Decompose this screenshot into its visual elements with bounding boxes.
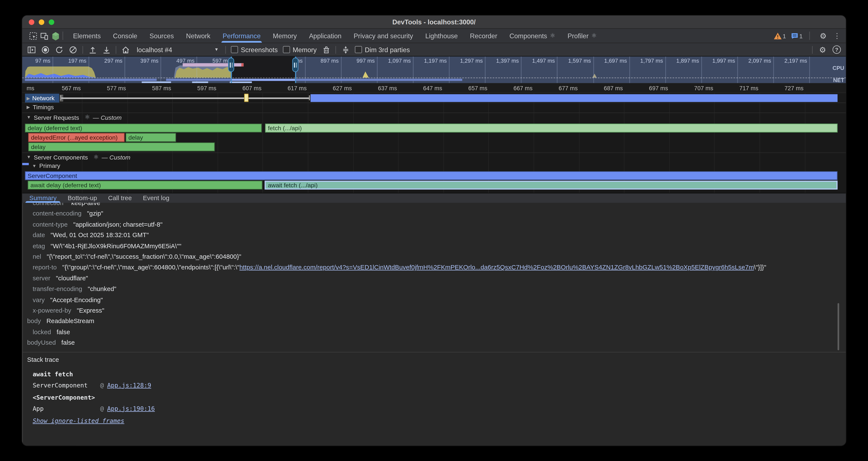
primary-group-header[interactable]: ▼ Primary xyxy=(32,162,60,169)
record-and-reload-button[interactable] xyxy=(55,45,64,54)
collect-garbage-icon[interactable] xyxy=(322,45,331,54)
expand-triangle-icon[interactable]: ▼ xyxy=(32,163,36,168)
tab-sources[interactable]: Sources xyxy=(143,29,180,43)
property-row-date: date"Wed, 01 Oct 2025 18:32:01 GMT" xyxy=(23,230,846,241)
timeline-event-await-fetch-api[interactable]: await fetch (.../api) xyxy=(265,181,838,190)
traffic-lights xyxy=(29,20,54,25)
react-atom-icon: ⚛ xyxy=(550,32,556,39)
network-line-cap xyxy=(60,95,62,100)
timeline-event-delay-deferred-text[interactable]: delay (deferred text) xyxy=(25,123,262,132)
tab-memory[interactable]: Memory xyxy=(267,29,303,43)
server-requests-track-header[interactable]: ▼ Server Requests ⚛ — Custom xyxy=(27,114,122,121)
ruler-tick-label: 727 ms xyxy=(765,85,804,91)
tab-label: Recorder xyxy=(470,32,497,39)
titlebar: DevTools - localhost:3000/ xyxy=(22,16,846,29)
timeline-event-delayed-error[interactable]: delayedError (...ayed exception) xyxy=(28,133,125,142)
tab-profiler[interactable]: Profiler⚛ xyxy=(561,29,603,43)
clear-recording-button[interactable] xyxy=(68,45,77,54)
timeline-ruler[interactable]: ms 567 ms577 ms587 ms597 ms607 ms617 ms6… xyxy=(22,83,846,93)
device-toolbar-icon[interactable] xyxy=(39,29,50,43)
minimize-window-button[interactable] xyxy=(39,20,44,25)
settings-gear-icon[interactable]: ⚙ xyxy=(819,31,828,41)
details-tab-bottom-up[interactable]: Bottom-up xyxy=(65,195,100,203)
selection-left-handle[interactable] xyxy=(228,58,234,72)
expand-triangle-icon[interactable]: ▼ xyxy=(27,154,31,160)
zoom-window-button[interactable] xyxy=(49,20,54,25)
overview-net-divider xyxy=(22,78,846,78)
capture-settings-gear-icon[interactable]: ⚙ xyxy=(818,45,827,55)
property-value: "W/\"4b1-RjEJloX9kRinu6F0MAZMmy6E5iA\"" xyxy=(51,242,181,249)
tab-application[interactable]: Application xyxy=(303,29,347,43)
history-selected-value: localhost #4 xyxy=(137,46,172,54)
timings-track-header[interactable]: ▶ Timings xyxy=(27,104,54,110)
event-label: await fetch (.../api) xyxy=(268,182,318,189)
close-window-button[interactable] xyxy=(29,20,34,25)
frame-function-name: App xyxy=(33,403,100,414)
divider xyxy=(336,46,336,54)
frame-source-link[interactable]: App.js:190:16 xyxy=(107,403,155,414)
details-tab-call-tree[interactable]: Call tree xyxy=(105,195,134,203)
property-value-link[interactable]: https://a.nel.cloudflare.com/report/v4?s… xyxy=(240,264,754,271)
selection-right-handle[interactable] xyxy=(292,58,299,72)
save-profile-icon[interactable] xyxy=(102,45,111,54)
warnings-badge[interactable]: 1 xyxy=(774,31,786,41)
divider xyxy=(812,46,813,54)
extension-icon[interactable] xyxy=(50,29,61,43)
collapse-sections-icon[interactable] xyxy=(341,45,350,54)
timeline-event-await-delay-deferred-text[interactable]: await delay (deferred text) xyxy=(28,181,262,190)
details-tab-event-log[interactable]: Event log xyxy=(140,195,172,203)
tab-label: Privacy and security xyxy=(354,32,413,39)
overview-tick-label: 1,597 ms xyxy=(553,58,591,64)
home-icon[interactable] xyxy=(121,45,130,54)
memory-label: Memory xyxy=(292,46,316,54)
network-request-line xyxy=(61,97,310,98)
tab-privacy-and-security[interactable]: Privacy and security xyxy=(347,29,419,43)
dim-3rd-parties-checkbox[interactable]: Dim 3rd parties xyxy=(355,46,410,54)
tab-console[interactable]: Console xyxy=(107,29,143,43)
expand-triangle-icon[interactable]: ▼ xyxy=(27,115,31,120)
frame-source-link[interactable]: App.js:128:9 xyxy=(107,380,151,391)
toggle-sidebar-icon[interactable] xyxy=(27,45,36,54)
response-properties: connection"keep-alive"content-encoding"g… xyxy=(23,203,846,348)
timeline-event-server-component[interactable]: ServerComponent xyxy=(25,171,838,180)
timeline-event-delay-2[interactable]: delay xyxy=(126,133,176,142)
inspect-element-icon[interactable] xyxy=(28,29,39,43)
show-ignore-listed-frames-link[interactable]: Show ignore-listed frames xyxy=(33,417,124,425)
network-request-bar[interactable] xyxy=(311,94,837,102)
collapse-triangle-icon[interactable]: ▶ xyxy=(27,95,30,100)
tab-elements[interactable]: Elements xyxy=(67,29,107,43)
overview-tick-label: 597 ms xyxy=(193,58,230,64)
timeline-event-fetch-api[interactable]: fetch (.../api) xyxy=(265,123,837,132)
issues-badge[interactable]: 1 xyxy=(791,31,803,41)
panel-tabs: ElementsConsoleSourcesNetworkPerformance… xyxy=(67,29,603,43)
timeline-tracks: ▶ Network ▶ Timings ▼ Server Requests ⚛ … xyxy=(22,93,846,193)
property-row-content-encoding: content-encoding"gzip" xyxy=(23,209,846,220)
overview-tick-label: 97 ms xyxy=(22,58,51,64)
screenshot-marker[interactable] xyxy=(244,94,249,102)
ruler-tick-label: 637 ms xyxy=(358,85,397,91)
custom-track-suffix: — Custom xyxy=(102,154,130,161)
at-symbol: @ xyxy=(100,403,104,414)
memory-checkbox[interactable]: Memory xyxy=(283,46,317,54)
details-scrollbar-thumb[interactable] xyxy=(837,303,839,350)
record-button[interactable] xyxy=(41,45,50,54)
tab-label: Network xyxy=(186,32,210,39)
property-value: \"}]}" xyxy=(754,264,766,271)
server-components-track-header[interactable]: ▼ Server Components ⚛ — Custom xyxy=(27,153,130,161)
tab-components[interactable]: Components⚛ xyxy=(503,29,561,43)
screenshots-checkbox[interactable]: Screenshots xyxy=(231,46,278,54)
help-icon[interactable]: ? xyxy=(833,46,841,54)
collapse-triangle-icon[interactable]: ▶ xyxy=(27,105,30,110)
network-track-header[interactable]: ▶ Network xyxy=(25,94,59,103)
tab-performance[interactable]: Performance xyxy=(217,29,267,43)
property-row-server: server"cloudflare" xyxy=(23,273,846,284)
load-profile-icon[interactable] xyxy=(88,45,97,54)
tab-lighthouse[interactable]: Lighthouse xyxy=(419,29,464,43)
timeline-event-delay-3[interactable]: delay xyxy=(28,142,215,151)
timeline-overview[interactable]: 97 ms197 ms297 ms397 ms497 ms597 ms697 m… xyxy=(22,56,846,83)
details-tab-summary[interactable]: Summary xyxy=(27,195,59,203)
tab-recorder[interactable]: Recorder xyxy=(464,29,503,43)
tab-network[interactable]: Network xyxy=(180,29,217,43)
history-select[interactable]: localhost #4 ▼ xyxy=(135,46,220,54)
kebab-menu-icon[interactable]: ⋮ xyxy=(833,31,841,41)
